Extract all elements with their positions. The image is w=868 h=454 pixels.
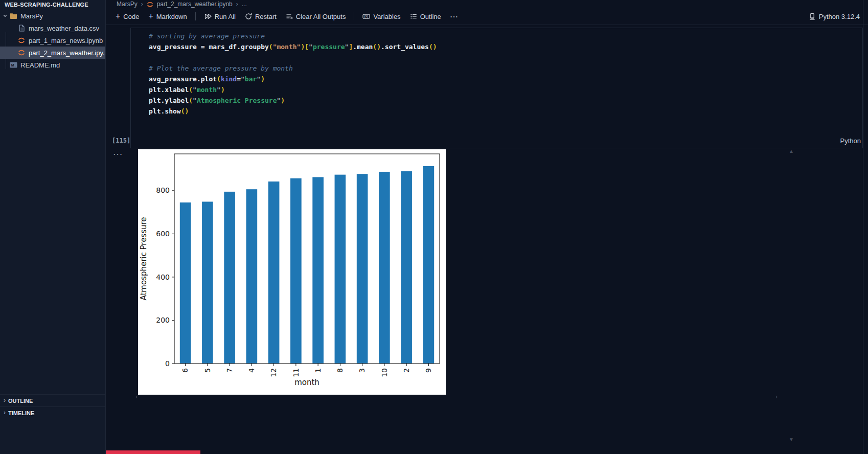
add-markdown-button[interactable]: +Markdown	[144, 8, 191, 25]
breadcrumb-more[interactable]: ...	[242, 1, 247, 8]
y-axis-label: Atmospheric Pressure	[139, 217, 148, 300]
x-tick-label: 11	[291, 368, 300, 377]
bar-month-6	[180, 202, 191, 364]
tree-item-part-2-mars-weather-ipy[interactable]: part_2_mars_weather.ipy...	[0, 47, 105, 59]
toolbar-button-label: Outline	[420, 13, 441, 20]
tree-item-label: mars_weather_data.csv	[29, 25, 99, 32]
workspace-header[interactable]: WEB-SCRAPING-CHALLENGE	[0, 0, 105, 10]
kernel-picker[interactable]: Python 3.12.4	[809, 8, 860, 25]
x-tick-label: 9	[424, 368, 432, 373]
code-token: )[	[301, 43, 309, 51]
code-line[interactable]: plt.show()	[149, 106, 437, 117]
pressure-bar-chart: 0200400600800657412111831029monthAtmosph…	[138, 149, 446, 395]
sidebar-section-timeline[interactable]: ›TIMELINE	[0, 406, 106, 419]
editor-area: MarsPy › part_2_mars_weather.ipynb › ...…	[106, 0, 868, 454]
tree-item-mars-weather-data-csv[interactable]: mars_weather_data.csv	[0, 22, 105, 34]
section-label: OUTLINE	[8, 398, 33, 404]
code-line[interactable]: # sorting by average pressure	[149, 31, 437, 41]
restart-icon	[245, 13, 252, 20]
bar-month-7	[224, 192, 235, 364]
x-tick-label: 1	[314, 368, 322, 373]
bar-month-8	[335, 175, 346, 364]
plus-icon: +	[148, 13, 153, 20]
notebook-toolbar: +Code+MarkdownRun AllRestartClear All Ou…	[106, 8, 868, 25]
scroll-right-arrow[interactable]: ›	[775, 394, 778, 400]
x-tick-label: 12	[269, 368, 278, 377]
scroll-down-arrow[interactable]: ▼	[789, 437, 794, 443]
run-all-button[interactable]: Run All	[199, 8, 240, 25]
chevron-right-icon: ›	[236, 1, 238, 8]
code-token: ()	[181, 107, 189, 115]
run-all-icon	[204, 13, 212, 20]
y-tick-label: 800	[156, 186, 170, 194]
cell-language-picker[interactable]: Python	[840, 137, 861, 145]
toolbar-button-label: Markdown	[156, 13, 187, 20]
code-token: plt.show	[149, 107, 181, 115]
toolbar-divider	[195, 12, 196, 20]
code-line[interactable]: # Plot the average pressure by month	[149, 63, 437, 74]
bar-month-3	[357, 174, 368, 364]
x-tick-label: 3	[358, 368, 366, 373]
x-tick-label: 6	[181, 368, 189, 373]
more-button[interactable]: ···	[446, 8, 463, 25]
toolbar-divider	[354, 12, 354, 20]
clear-icon	[286, 13, 293, 20]
code-token: (	[217, 75, 221, 83]
y-tick-label: 600	[156, 230, 170, 238]
sidebar-section-outline[interactable]: ›OUTLINE	[0, 394, 106, 406]
breadcrumb-file[interactable]: part_2_mars_weather.ipynb	[157, 1, 233, 8]
code-line[interactable]: plt.xlabel("month")	[149, 84, 437, 95]
code-line[interactable]	[149, 52, 437, 63]
code-line[interactable]: plt.ylabel("Atmospheric Pressure")	[149, 95, 437, 106]
jupyter-notebook-icon	[17, 37, 26, 44]
bar-month-12	[268, 181, 280, 364]
svg-text:(x): (x)	[364, 14, 369, 18]
restart-button[interactable]: Restart	[240, 8, 281, 25]
plus-icon: +	[116, 13, 120, 20]
code-token: )	[281, 97, 285, 104]
code-token: "	[193, 97, 197, 104]
variables-button[interactable]: (x)Variables	[358, 8, 405, 25]
code-token: Atmospheric Pressure	[197, 97, 277, 104]
code-token: "	[257, 75, 261, 83]
breadcrumb: MarsPy › part_2_mars_weather.ipynb › ...	[106, 0, 868, 8]
x-tick-label: 7	[225, 368, 234, 373]
bar-month-9	[423, 166, 435, 364]
tree-item-readme-md[interactable]: M↓README.md	[0, 59, 105, 71]
chevron-right-icon: ›	[4, 397, 6, 404]
csv-file-icon	[17, 25, 26, 32]
x-tick-label: 8	[336, 368, 344, 373]
code-token: )	[221, 86, 225, 94]
add-code-button[interactable]: +Code	[111, 8, 144, 25]
scroll-left-arrow[interactable]: ‹	[135, 394, 138, 400]
code-token: plt.ylabel	[149, 97, 189, 104]
code-token: .mean	[353, 43, 373, 51]
tree-item-marspy[interactable]: MarsPy	[0, 10, 105, 22]
chevron-right-icon: ›	[141, 1, 143, 8]
code-cell-editor[interactable]: # sorting by average pressureavg_pressur…	[149, 31, 437, 117]
code-token: "	[217, 86, 221, 94]
clear-all-outputs-button[interactable]: Clear All Outputs	[281, 8, 351, 25]
outline-button[interactable]: Outline	[405, 8, 446, 25]
code-token: "	[241, 75, 245, 83]
scroll-up-arrow[interactable]: ▲	[789, 148, 794, 154]
toolbar-button-label: Run All	[215, 13, 236, 20]
tree-item-label: README.md	[20, 61, 60, 69]
variables-icon: (x)	[362, 13, 370, 20]
bar-month-4	[246, 189, 258, 364]
code-line[interactable]: avg_pressure = mars_df.groupby("month")[…	[149, 41, 437, 52]
output-options-button[interactable]: ···	[113, 150, 123, 158]
y-tick-label: 200	[156, 316, 170, 324]
code-token: avg_pressure = mars_df.groupby	[149, 43, 269, 51]
code-token: "month"	[273, 43, 301, 51]
code-token: avg_pressure.plot	[149, 75, 217, 83]
more-icon: ···	[450, 13, 459, 20]
chevron-down-icon[interactable]	[2, 13, 9, 18]
tree-item-part-1-mars-news-ipynb[interactable]: part_1_mars_news.ipynb	[0, 34, 105, 47]
x-tick-label: 4	[247, 368, 256, 373]
breadcrumb-folder[interactable]: MarsPy	[117, 1, 138, 8]
code-line[interactable]: avg_pressure.plot(kind="bar")	[149, 74, 437, 84]
code-token: kind	[221, 75, 237, 83]
x-axis-label: month	[294, 378, 319, 387]
notebook-code-cell[interactable]: # sorting by average pressureavg_pressur…	[130, 28, 863, 148]
